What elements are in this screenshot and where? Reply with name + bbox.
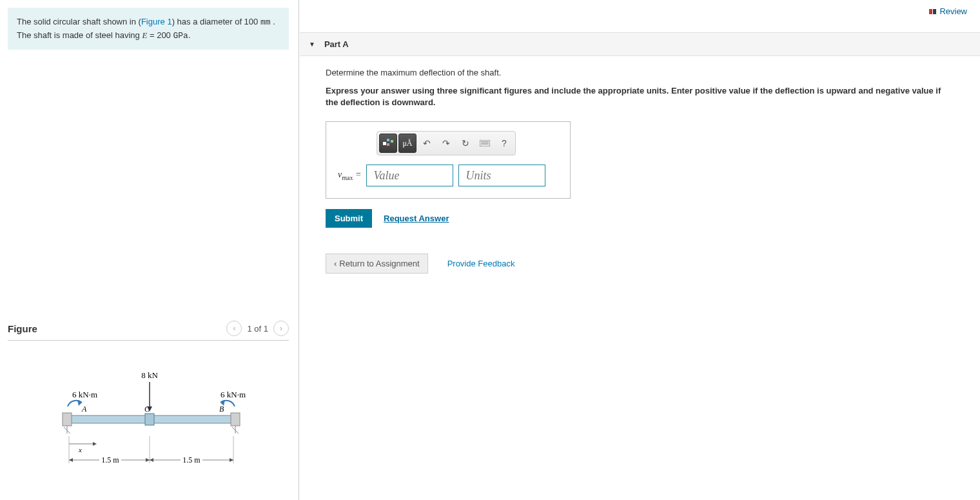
return-button[interactable]: ‹ Return to Assignment — [326, 254, 428, 274]
svg-rect-25 — [383, 142, 386, 145]
label-force: 8 kN — [141, 370, 158, 380]
return-label: Return to Assignment — [339, 259, 419, 268]
part-a-header[interactable]: ▼ Part A — [300, 32, 980, 56]
svg-rect-11 — [145, 414, 154, 425]
units-button[interactable]: μÅ — [398, 134, 416, 153]
svg-rect-6 — [231, 413, 240, 426]
label-moment-right: 6 kN·m — [220, 390, 246, 399]
redo-button[interactable]: ↷ — [437, 134, 455, 153]
figure-link[interactable]: Figure 1 — [141, 17, 172, 26]
figure-diagram: 8 kN 6 kN·m 6 kN·m A C B — [8, 354, 289, 491]
svg-rect-29 — [480, 140, 490, 146]
label-moment-left: 6 kN·m — [72, 390, 97, 399]
svg-marker-21 — [150, 458, 153, 462]
answer-box: μÅ ↶ ↷ ↻ ? vmax = — [326, 121, 571, 199]
figure-title: Figure — [8, 323, 37, 334]
review-icon — [929, 9, 937, 14]
pane-divider — [299, 0, 299, 500]
label-span-right: 1.5 m — [182, 455, 201, 465]
part-a-instruction: Express your answer using three signific… — [326, 85, 954, 108]
figure-pager: 1 of 1 — [247, 324, 268, 334]
keyboard-button[interactable] — [476, 134, 494, 153]
value-input[interactable] — [366, 165, 453, 186]
answer-toolbar: μÅ ↶ ↷ ↻ ? — [377, 131, 516, 155]
part-a-prompt: Determine the maximum deflection of the … — [326, 68, 954, 77]
problem-text-4: = 200 — [147, 30, 173, 40]
feedback-link[interactable]: Provide Feedback — [447, 259, 515, 268]
collapse-icon: ▼ — [309, 41, 315, 48]
problem-text-1: The solid circular shaft shown in ( — [17, 17, 141, 26]
label-b: B — [219, 405, 224, 414]
svg-marker-19 — [69, 458, 73, 462]
svg-rect-27 — [387, 143, 389, 146]
chevron-left-icon: ‹ — [334, 259, 337, 268]
label-a: A — [81, 405, 87, 414]
svg-rect-28 — [391, 140, 393, 143]
part-a-title: Part A — [324, 39, 349, 49]
help-button[interactable]: ? — [495, 134, 513, 153]
svg-rect-26 — [387, 139, 389, 141]
request-answer-link[interactable]: Request Answer — [384, 214, 449, 223]
figure-header: Figure ‹ 1 of 1 › — [8, 321, 289, 341]
unit-mm: mm — [260, 17, 271, 27]
problem-statement: The solid circular shaft shown in (Figur… — [8, 8, 289, 50]
label-span-left: 1.5 m — [101, 455, 119, 465]
review-link[interactable]: Review — [929, 6, 967, 16]
units-input[interactable] — [458, 165, 545, 186]
review-label: Review — [939, 6, 967, 16]
svg-rect-5 — [63, 413, 72, 426]
svg-marker-22 — [230, 458, 233, 462]
figure-prev-button[interactable]: ‹ — [226, 321, 242, 336]
svg-marker-13 — [93, 442, 97, 446]
undo-button[interactable]: ↶ — [418, 134, 436, 153]
template-button[interactable] — [379, 134, 397, 153]
label-x: x — [78, 446, 82, 454]
reset-button[interactable]: ↻ — [456, 134, 475, 153]
problem-text-2: ) has a diameter of 100 — [172, 17, 260, 26]
variable-label: vmax = — [338, 170, 361, 181]
figure-next-button[interactable]: › — [273, 321, 289, 336]
svg-marker-20 — [146, 458, 150, 462]
submit-button[interactable]: Submit — [326, 209, 372, 228]
unit-gpa: GPa — [173, 31, 188, 41]
problem-text-5: . — [188, 30, 191, 40]
